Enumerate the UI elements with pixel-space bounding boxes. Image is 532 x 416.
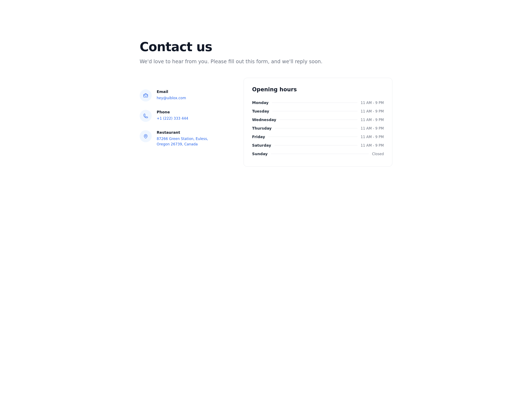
hours-row: Thursday11 AM - 9 PM bbox=[252, 124, 384, 132]
envelope-icon bbox=[140, 89, 152, 101]
contact-email: Email hey@uiblox.com bbox=[140, 89, 227, 101]
address-value: 87266 Green Station, Euless, Oregon 2673… bbox=[157, 136, 211, 147]
address-label: Restaurant bbox=[157, 130, 211, 135]
hours-day: Tuesday bbox=[252, 109, 269, 113]
hours-time: 11 AM - 9 PM bbox=[361, 135, 384, 139]
hours-row: Tuesday11 AM - 9 PM bbox=[252, 107, 384, 115]
hours-day: Sunday bbox=[252, 152, 268, 156]
email-label: Email bbox=[157, 89, 186, 94]
divider bbox=[275, 128, 357, 128]
hours-time: 11 AM - 9 PM bbox=[361, 118, 384, 122]
page-subtitle: We'd love to hear from you. Please fill … bbox=[140, 59, 392, 64]
divider bbox=[268, 137, 357, 137]
opening-hours-card: Opening hours Monday11 AM - 9 PMTuesday1… bbox=[244, 78, 392, 167]
contact-phone: Phone +1 (222) 333 444 bbox=[140, 110, 227, 122]
page-title: Contact us bbox=[140, 40, 392, 54]
hours-row: SundayClosed bbox=[252, 149, 384, 158]
hours-time: 11 AM - 9 PM bbox=[361, 109, 384, 113]
hours-time: 11 AM - 9 PM bbox=[361, 126, 384, 130]
hours-day: Monday bbox=[252, 100, 268, 105]
hours-day: Wednesday bbox=[252, 118, 276, 122]
hours-time: 11 AM - 9 PM bbox=[361, 101, 384, 105]
hours-time: Closed bbox=[372, 152, 384, 156]
hours-row: Monday11 AM - 9 PM bbox=[252, 98, 384, 107]
phone-icon bbox=[140, 110, 152, 122]
hours-day: Saturday bbox=[252, 143, 271, 148]
hours-row: Friday11 AM - 9 PM bbox=[252, 132, 384, 141]
divider bbox=[279, 119, 357, 120]
phone-link[interactable]: +1 (222) 333 444 bbox=[157, 116, 188, 121]
hours-day: Thursday bbox=[252, 126, 272, 130]
map-pin-icon bbox=[140, 130, 152, 142]
email-link[interactable]: hey@uiblox.com bbox=[157, 96, 186, 101]
opening-hours-title: Opening hours bbox=[252, 86, 384, 93]
contact-info-panel: Email hey@uiblox.com Phone +1 (222) 333 … bbox=[140, 78, 227, 147]
hours-day: Friday bbox=[252, 135, 265, 139]
divider bbox=[271, 154, 369, 154]
hours-row: Wednesday11 AM - 9 PM bbox=[252, 115, 384, 124]
phone-label: Phone bbox=[157, 110, 188, 114]
divider bbox=[275, 145, 357, 145]
hours-time: 11 AM - 9 PM bbox=[361, 143, 384, 148]
contact-address: Restaurant 87266 Green Station, Euless, … bbox=[140, 130, 227, 147]
hours-row: Saturday11 AM - 9 PM bbox=[252, 141, 384, 149]
